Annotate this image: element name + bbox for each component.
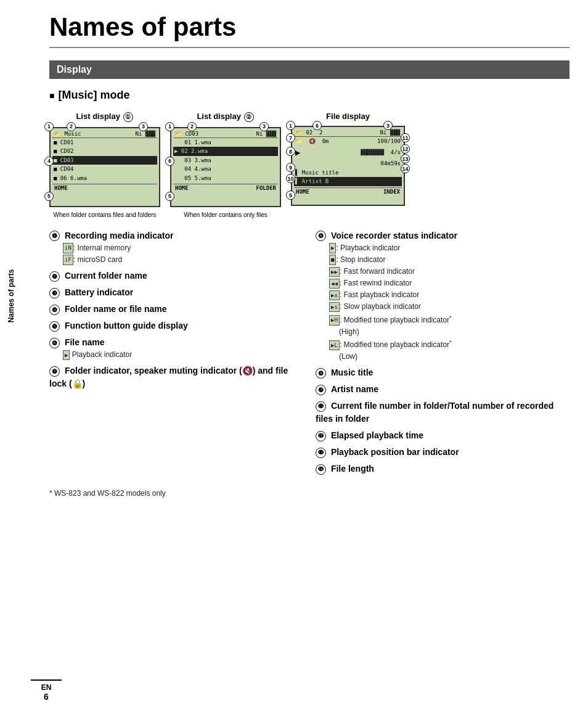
annot-num-14: ⓮ (316, 464, 326, 475)
diagram-caption-2: When folder contains only files (184, 211, 267, 220)
star-1: * (449, 314, 452, 321)
annotation-13: ⓭ Playback position bar indicator (316, 446, 570, 459)
annot-sub-8c: ▶▶: Fast forward indicator (316, 266, 570, 277)
annotation-10: ❿ Artist name (316, 383, 570, 396)
lcd-row-music-title: ▌ Music title (294, 168, 402, 178)
annot-num-9: ❾ (316, 368, 326, 379)
annotation-14: ⓮ File length (316, 462, 570, 475)
page-title: Names of parts (49, 12, 570, 48)
annotation-9: ❾ Music title (316, 366, 570, 379)
lcd-screen-1: 📂 Music Ni ▓▓▓ ■ CD01 ■ CD02 ■ CD03 ■ CD… (49, 127, 160, 207)
annot-num-8: ❽ (316, 231, 326, 241)
diagram-wrapper-1: 1 2 3 4 5 📂 Music Ni ▓▓▓ ■ CD01 ■ CD02 (49, 127, 160, 207)
diagram-wrapper-2: 1 2 3 6 5 📂 CD03 Ni ▓▓▓ 01 1.wma ▶ 02 2.… (170, 127, 281, 207)
num-1-d: 4 (44, 157, 54, 166)
annot-label-6: File name (65, 337, 105, 347)
microsd-icon: iF (63, 255, 73, 265)
playback-icon: ▶ (63, 350, 70, 360)
annot-sub-8e: ▶x: Fast playback indicator (316, 289, 570, 301)
annotation-5: ❺ Function button guide display (49, 319, 303, 332)
annot-sub-8g2: (High) (316, 326, 570, 338)
lcd-screen-3: 📂 02 2 Ni ▓▓▓ 📁 🔇 0m 100/100 ▶ ▓▓▓▓▓▓▓ 4… (291, 126, 405, 206)
slow-play-icon: ▶s (329, 302, 340, 312)
annotations-right: ❽ Voice recorder status indicator ▶: Pla… (316, 229, 570, 480)
lcd-row-cd05: ■ 06 6.wma (52, 174, 157, 183)
annot-num-13: ⓭ (316, 448, 326, 458)
annot-sub-8b: ■: Stop indicator (316, 254, 570, 266)
diagram-wrapper-3: 1 6 3 7 8 9 10 5 11 12 13 14 📂 02 2 Ni ▓… (291, 126, 405, 206)
annot-num-2: ❷ (49, 271, 60, 282)
num-1-e: 5 (44, 192, 54, 201)
annot-label-3: Battery indicator (65, 287, 133, 297)
side-label: Names of parts (7, 269, 15, 323)
diagram-title-2: List display ② (197, 112, 254, 122)
annotation-12: ⓬ Elapsed playback time (316, 429, 570, 442)
num-2-c: 3 (259, 122, 269, 131)
mod-tone-high-icon: ▶H (329, 315, 340, 325)
diagrams-row: List display ① 1 2 3 4 5 📂 Music Ni ▓▓▓ … (49, 112, 570, 220)
play-status-icon: ▶ (329, 243, 336, 253)
annot-sub-6a: ▶ Playback indicator (49, 349, 303, 361)
lcd-btn-bar-3: HOME INDEX (294, 187, 402, 195)
annot-label-5: Function button guide display (65, 321, 188, 330)
num-3-j: 12 (401, 144, 410, 154)
annotation-2: ❷ Current folder name (49, 269, 303, 282)
num-3-d: 7 (286, 133, 295, 142)
lcd-media-icon: 📂 Music (54, 131, 81, 137)
annot-label-10: Artist name (331, 384, 378, 394)
annot-num-5: ❺ (49, 321, 60, 332)
annot-sub-8h2: (Low) (316, 351, 570, 363)
list-display-2: List display ② 1 2 3 6 5 📂 CD03 Ni ▓▓▓ 0… (170, 112, 281, 220)
num-1-b: 2 (67, 122, 76, 131)
num-3-e: 8 (286, 147, 295, 156)
lcd-screen-2: 📂 CD03 Ni ▓▓▓ 01 1.wma ▶ 02 2.wma 03 3.w… (170, 127, 281, 207)
annotation-3: ❸ Battery indicator (49, 286, 303, 299)
page-number: 6 (31, 692, 62, 702)
lcd-row-cd03: ■ CD03 (52, 156, 157, 165)
mod-tone-low-icon: ▶L (329, 340, 340, 350)
num-2-b: 2 (187, 122, 197, 131)
lcd-row-01: 01 1.wma (173, 138, 278, 147)
lcd-row-02: ▶ 02 2.wma (173, 147, 278, 156)
annot-num-4: ❹ (49, 305, 60, 315)
num-2-e: 5 (165, 192, 174, 201)
lcd-btn-bar-2: HOME FOLDER (173, 184, 278, 192)
num-3-a: 1 (286, 121, 295, 130)
num-2-a: 1 (165, 122, 174, 131)
annotation-4: ❹ Folder name or file name (49, 303, 303, 316)
lcd-row-playback: ▶ ▓▓▓▓▓▓▓ 4/s (294, 146, 402, 160)
num-3-f: 9 (286, 163, 295, 172)
annot-num-3: ❸ (49, 288, 60, 298)
list-display-1: List display ① 1 2 3 4 5 📂 Music Ni ▓▓▓ … (49, 112, 160, 220)
diagram-title-1: List display ① (76, 112, 133, 122)
annot-sub-8f: ▶s: Slow playback indicator (316, 301, 570, 313)
diagram-caption-1: When folder contains files and folders (54, 211, 157, 220)
annotation-6: ❻ File name ▶ Playback indicator (49, 336, 303, 361)
annot-sub-1b: iF: microSD card (49, 254, 303, 266)
lcd-row-artist: ▌ Artist B (294, 177, 402, 186)
internal-memory-icon: iN (63, 243, 73, 253)
rw-status-icon: ◀◀ (329, 279, 340, 289)
annotation-8: ❽ Voice recorder status indicator ▶: Pla… (316, 229, 570, 363)
annot-sub-8d: ◀◀: Fast rewind indicator (316, 277, 570, 289)
section-header: Display (49, 60, 570, 79)
annot-num-1: ❶ (49, 231, 60, 241)
num-3-b: 6 (312, 121, 322, 130)
annot-sub-8h: ▶L: Modified tone playback indicator* (316, 338, 570, 351)
annot-num-10: ❿ (316, 385, 326, 395)
annot-label-13: Playback position bar indicator (331, 447, 459, 457)
page-lang: EN (31, 683, 62, 692)
num-1-c: 3 (139, 122, 148, 131)
num-3-g: 10 (286, 174, 295, 183)
annot-label-7: Folder indicator, speaker muting indicat… (49, 366, 288, 388)
annotation-11: ⓫ Current file number in folder/Total nu… (316, 400, 570, 425)
lcd-row-cd04: ■ CD04 (52, 165, 157, 174)
lcd-battery-1: Ni ▓▓▓ (135, 131, 155, 137)
diagram-num-2: ② (244, 112, 254, 122)
lcd-row-cd01: ■ CD01 (52, 138, 157, 147)
lcd-row-cd02: ■ CD02 (52, 147, 157, 156)
star-2: * (449, 339, 452, 345)
num-3-h: 5 (286, 191, 295, 200)
stop-status-icon: ■ (329, 255, 336, 265)
annotations-left: ❶ Recording media indicator iN: Internal… (49, 229, 303, 480)
